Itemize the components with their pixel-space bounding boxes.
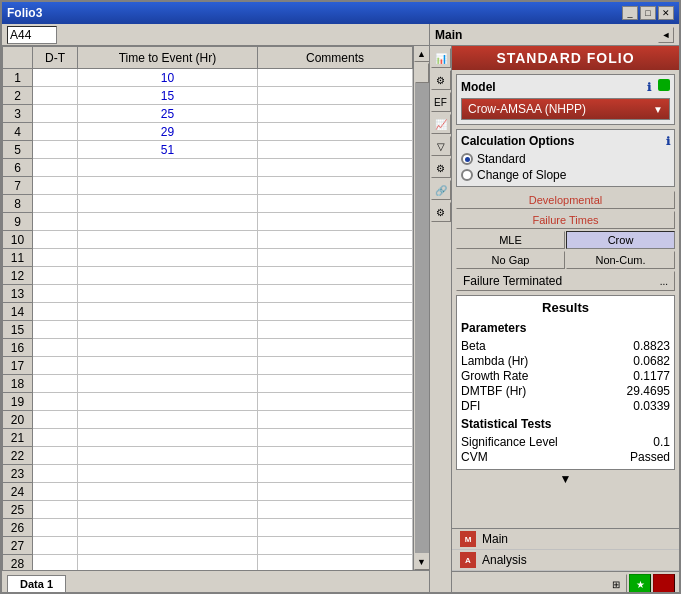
sheet-tab-data1[interactable]: Data 1: [7, 575, 66, 592]
row-comment-1[interactable]: [258, 69, 413, 87]
mle-btn[interactable]: MLE: [456, 231, 565, 249]
row-time-13[interactable]: [78, 285, 258, 303]
row-time-27[interactable]: [78, 537, 258, 555]
row-dt-23[interactable]: [33, 465, 78, 483]
sidebar-icon-8[interactable]: ⚙: [431, 202, 451, 222]
row-dt-21[interactable]: [33, 429, 78, 447]
row-dt-12[interactable]: [33, 267, 78, 285]
results-scroll-arrow[interactable]: ▼: [456, 472, 675, 486]
row-comment-6[interactable]: [258, 159, 413, 177]
row-time-15[interactable]: [78, 321, 258, 339]
row-dt-9[interactable]: [33, 213, 78, 231]
sidebar-icon-2[interactable]: ⚙: [431, 70, 451, 90]
failure-times-btn[interactable]: Failure Times: [456, 211, 675, 229]
developmental-btn[interactable]: Developmental: [456, 191, 675, 209]
minimize-button[interactable]: _: [622, 6, 638, 20]
crow-btn[interactable]: Crow: [566, 231, 675, 249]
row-dt-3[interactable]: [33, 105, 78, 123]
row-time-23[interactable]: [78, 465, 258, 483]
sidebar-icon-1[interactable]: 📊: [431, 48, 451, 68]
row-comment-17[interactable]: [258, 357, 413, 375]
close-button[interactable]: ✕: [658, 6, 674, 20]
row-comment-9[interactable]: [258, 213, 413, 231]
row-comment-28[interactable]: [258, 555, 413, 571]
row-comment-7[interactable]: [258, 177, 413, 195]
row-time-14[interactable]: [78, 303, 258, 321]
row-dt-4[interactable]: [33, 123, 78, 141]
row-comment-5[interactable]: [258, 141, 413, 159]
row-comment-14[interactable]: [258, 303, 413, 321]
row-time-7[interactable]: [78, 177, 258, 195]
row-time-20[interactable]: [78, 411, 258, 429]
calc-info-icon[interactable]: ℹ: [666, 135, 670, 148]
sidebar-icon-3[interactable]: EF: [431, 92, 451, 112]
row-dt-10[interactable]: [33, 231, 78, 249]
cell-ref-input[interactable]: [7, 26, 57, 44]
row-dt-17[interactable]: [33, 357, 78, 375]
maximize-button[interactable]: □: [640, 6, 656, 20]
row-comment-19[interactable]: [258, 393, 413, 411]
row-comment-22[interactable]: [258, 447, 413, 465]
row-dt-2[interactable]: [33, 87, 78, 105]
bottom-tab-analysis[interactable]: A Analysis: [452, 550, 679, 571]
row-time-1[interactable]: 10: [78, 69, 258, 87]
radio-standard[interactable]: Standard: [461, 152, 670, 166]
scroll-down-arrow[interactable]: ▼: [414, 554, 430, 570]
row-time-11[interactable]: [78, 249, 258, 267]
row-comment-18[interactable]: [258, 375, 413, 393]
row-time-12[interactable]: [78, 267, 258, 285]
non-cum-btn[interactable]: Non-Cum.: [566, 251, 675, 269]
toolbar-btn-2[interactable]: ★: [629, 574, 651, 592]
row-dt-22[interactable]: [33, 447, 78, 465]
row-dt-24[interactable]: [33, 483, 78, 501]
row-comment-10[interactable]: [258, 231, 413, 249]
row-comment-26[interactable]: [258, 519, 413, 537]
vertical-scrollbar[interactable]: ▲ ▼: [413, 46, 429, 570]
bottom-tab-main[interactable]: M Main: [452, 529, 679, 550]
row-dt-11[interactable]: [33, 249, 78, 267]
row-dt-26[interactable]: [33, 519, 78, 537]
row-comment-8[interactable]: [258, 195, 413, 213]
radio-change-of-slope[interactable]: Change of Slope: [461, 168, 670, 182]
model-dropdown[interactable]: Crow-AMSAA (NHPP) ▼: [461, 98, 670, 120]
row-time-16[interactable]: [78, 339, 258, 357]
row-time-18[interactable]: [78, 375, 258, 393]
row-time-6[interactable]: [78, 159, 258, 177]
row-time-4[interactable]: 29: [78, 123, 258, 141]
dots-button[interactable]: ...: [660, 276, 668, 287]
row-comment-12[interactable]: [258, 267, 413, 285]
row-comment-27[interactable]: [258, 537, 413, 555]
row-time-2[interactable]: 15: [78, 87, 258, 105]
row-dt-18[interactable]: [33, 375, 78, 393]
sidebar-icon-4[interactable]: 📈: [431, 114, 451, 134]
failure-terminated-row[interactable]: Failure Terminated ...: [456, 271, 675, 291]
row-time-24[interactable]: [78, 483, 258, 501]
row-comment-13[interactable]: [258, 285, 413, 303]
row-time-28[interactable]: [78, 555, 258, 571]
row-dt-19[interactable]: [33, 393, 78, 411]
toolbar-btn-1[interactable]: ⊞: [605, 574, 627, 592]
row-dt-14[interactable]: [33, 303, 78, 321]
row-time-22[interactable]: [78, 447, 258, 465]
row-comment-24[interactable]: [258, 483, 413, 501]
row-dt-28[interactable]: [33, 555, 78, 571]
row-dt-5[interactable]: [33, 141, 78, 159]
row-time-21[interactable]: [78, 429, 258, 447]
row-time-26[interactable]: [78, 519, 258, 537]
row-time-10[interactable]: [78, 231, 258, 249]
row-comment-21[interactable]: [258, 429, 413, 447]
row-comment-25[interactable]: [258, 501, 413, 519]
row-comment-16[interactable]: [258, 339, 413, 357]
scroll-up-arrow[interactable]: ▲: [414, 46, 430, 62]
row-time-9[interactable]: [78, 213, 258, 231]
sidebar-icon-7[interactable]: 🔗: [431, 180, 451, 200]
row-time-19[interactable]: [78, 393, 258, 411]
row-comment-23[interactable]: [258, 465, 413, 483]
no-gap-btn[interactable]: No Gap: [456, 251, 565, 269]
scroll-thumb[interactable]: [415, 63, 429, 83]
row-time-17[interactable]: [78, 357, 258, 375]
row-time-5[interactable]: 51: [78, 141, 258, 159]
row-comment-20[interactable]: [258, 411, 413, 429]
row-dt-27[interactable]: [33, 537, 78, 555]
sidebar-icon-5[interactable]: ▽: [431, 136, 451, 156]
